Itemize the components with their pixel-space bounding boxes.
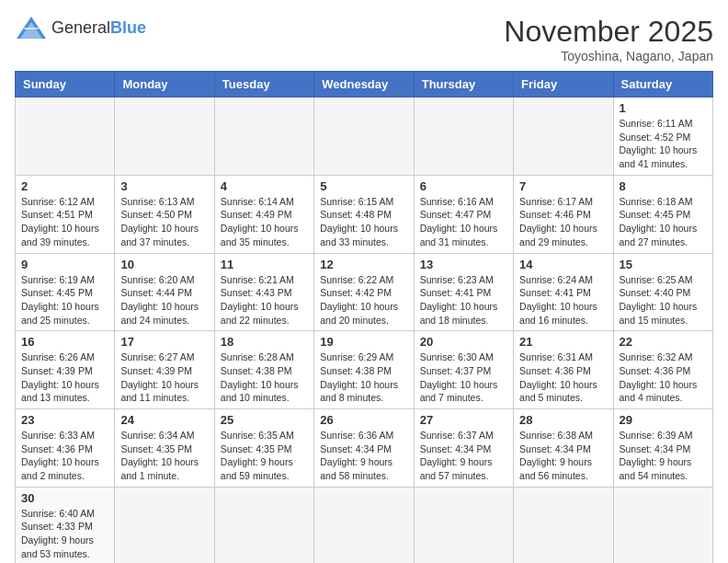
day-cell [314,487,414,563]
day-cell: 13Sunrise: 6:23 AM Sunset: 4:41 PM Dayli… [414,253,513,331]
day-number: 24 [120,413,208,427]
weekday-header-friday: Friday [514,72,613,98]
day-info: Sunrise: 6:39 AM Sunset: 4:34 PM Dayligh… [620,429,707,483]
day-info: Sunrise: 6:15 AM Sunset: 4:48 PM Dayligh… [320,195,407,249]
day-number: 12 [320,258,407,271]
day-cell: 12Sunrise: 6:22 AM Sunset: 4:42 PM Dayli… [314,253,414,331]
weekday-header-tuesday: Tuesday [214,72,313,98]
day-number: 22 [620,335,707,349]
day-cell: 19Sunrise: 6:29 AM Sunset: 4:38 PM Dayli… [314,331,414,409]
day-info: Sunrise: 6:33 AM Sunset: 4:36 PM Dayligh… [21,429,108,483]
day-cell: 8Sunrise: 6:18 AM Sunset: 4:45 PM Daylig… [613,175,712,253]
day-number: 2 [21,179,108,193]
day-info: Sunrise: 6:16 AM Sunset: 4:47 PM Dayligh… [420,195,507,249]
calendar-table: SundayMondayTuesdayWednesdayThursdayFrid… [15,71,713,563]
day-cell: 27Sunrise: 6:37 AM Sunset: 4:34 PM Dayli… [414,409,513,488]
day-info: Sunrise: 6:37 AM Sunset: 4:34 PM Dayligh… [420,429,507,483]
title-section: November 2025 Toyoshina, Nagano, Japan [504,15,713,63]
week-row-5: 23Sunrise: 6:33 AM Sunset: 4:36 PM Dayli… [16,409,713,488]
day-info: Sunrise: 6:12 AM Sunset: 4:51 PM Dayligh… [21,195,108,249]
day-cell: 26Sunrise: 6:36 AM Sunset: 4:34 PM Dayli… [314,409,414,488]
day-cell: 29Sunrise: 6:39 AM Sunset: 4:34 PM Dayli… [613,409,712,488]
day-cell: 20Sunrise: 6:30 AM Sunset: 4:37 PM Dayli… [414,331,513,409]
week-row-3: 9Sunrise: 6:19 AM Sunset: 4:45 PM Daylig… [16,253,713,331]
day-number: 4 [221,179,308,193]
day-cell: 18Sunrise: 6:28 AM Sunset: 4:38 PM Dayli… [214,331,313,409]
weekday-header-sunday: Sunday [16,72,115,98]
day-number: 17 [120,335,208,349]
day-info: Sunrise: 6:22 AM Sunset: 4:42 PM Dayligh… [320,273,407,327]
day-cell [514,98,613,176]
calendar-subtitle: Toyoshina, Nagano, Japan [504,49,713,63]
day-info: Sunrise: 6:26 AM Sunset: 4:39 PM Dayligh… [21,350,108,405]
day-info: Sunrise: 6:13 AM Sunset: 4:50 PM Dayligh… [120,195,208,249]
day-cell: 14Sunrise: 6:24 AM Sunset: 4:41 PM Dayli… [514,253,613,331]
day-number: 29 [620,413,707,427]
weekday-header-row: SundayMondayTuesdayWednesdayThursdayFrid… [16,72,713,98]
day-number: 21 [519,335,607,349]
day-number: 6 [420,179,507,193]
day-cell: 10Sunrise: 6:20 AM Sunset: 4:44 PM Dayli… [115,253,214,331]
day-cell: 6Sunrise: 6:16 AM Sunset: 4:47 PM Daylig… [414,175,513,253]
day-cell: 11Sunrise: 6:21 AM Sunset: 4:43 PM Dayli… [214,253,313,331]
day-number: 23 [21,413,108,427]
day-cell [314,98,414,176]
day-cell: 30Sunrise: 6:40 AM Sunset: 4:33 PM Dayli… [16,487,115,563]
day-cell: 25Sunrise: 6:35 AM Sunset: 4:35 PM Dayli… [214,409,313,488]
weekday-header-saturday: Saturday [613,72,712,98]
day-info: Sunrise: 6:18 AM Sunset: 4:45 PM Dayligh… [620,195,707,249]
day-cell: 7Sunrise: 6:17 AM Sunset: 4:46 PM Daylig… [514,175,613,253]
day-info: Sunrise: 6:23 AM Sunset: 4:41 PM Dayligh… [420,273,507,327]
day-cell: 28Sunrise: 6:38 AM Sunset: 4:34 PM Dayli… [514,409,613,488]
day-cell: 22Sunrise: 6:32 AM Sunset: 4:36 PM Dayli… [613,331,712,409]
day-info: Sunrise: 6:19 AM Sunset: 4:45 PM Dayligh… [21,273,108,327]
day-info: Sunrise: 6:14 AM Sunset: 4:49 PM Dayligh… [221,195,308,249]
day-number: 18 [221,335,308,349]
day-cell: 23Sunrise: 6:33 AM Sunset: 4:36 PM Dayli… [16,409,115,488]
day-number: 10 [120,258,208,271]
day-info: Sunrise: 6:38 AM Sunset: 4:34 PM Dayligh… [519,429,607,483]
day-info: Sunrise: 6:27 AM Sunset: 4:39 PM Dayligh… [120,350,208,405]
day-cell: 5Sunrise: 6:15 AM Sunset: 4:48 PM Daylig… [314,175,414,253]
day-cell [115,98,214,176]
logo-text: GeneralBlue [51,18,146,38]
day-info: Sunrise: 6:40 AM Sunset: 4:33 PM Dayligh… [21,507,108,561]
week-row-1: 1Sunrise: 6:11 AM Sunset: 4:52 PM Daylig… [16,98,713,176]
day-info: Sunrise: 6:11 AM Sunset: 4:52 PM Dayligh… [620,117,707,171]
day-number: 8 [620,179,707,193]
day-cell [214,98,313,176]
weekday-header-wednesday: Wednesday [314,72,414,98]
day-number: 20 [420,335,507,349]
week-row-4: 16Sunrise: 6:26 AM Sunset: 4:39 PM Dayli… [16,331,713,409]
day-cell [16,98,115,176]
day-number: 9 [21,258,108,271]
day-number: 7 [519,179,607,193]
day-cell [514,487,613,563]
day-info: Sunrise: 6:36 AM Sunset: 4:34 PM Dayligh… [320,429,407,483]
day-number: 28 [519,413,607,427]
day-info: Sunrise: 6:20 AM Sunset: 4:44 PM Dayligh… [120,273,208,327]
logo: GeneralBlue [15,15,146,40]
weekday-header-thursday: Thursday [414,72,513,98]
day-cell [613,487,712,563]
day-cell: 4Sunrise: 6:14 AM Sunset: 4:49 PM Daylig… [214,175,313,253]
day-number: 11 [221,258,308,271]
week-row-6: 30Sunrise: 6:40 AM Sunset: 4:33 PM Dayli… [16,487,713,563]
day-number: 15 [620,258,707,271]
day-cell: 9Sunrise: 6:19 AM Sunset: 4:45 PM Daylig… [16,253,115,331]
day-number: 25 [221,413,308,427]
svg-rect-2 [24,28,39,29]
logo-icon [15,15,48,40]
day-number: 3 [120,179,208,193]
day-info: Sunrise: 6:30 AM Sunset: 4:37 PM Dayligh… [420,350,507,405]
day-info: Sunrise: 6:34 AM Sunset: 4:35 PM Dayligh… [120,429,208,483]
day-cell: 2Sunrise: 6:12 AM Sunset: 4:51 PM Daylig… [16,175,115,253]
day-cell: 21Sunrise: 6:31 AM Sunset: 4:36 PM Dayli… [514,331,613,409]
day-cell [414,487,513,563]
day-info: Sunrise: 6:32 AM Sunset: 4:36 PM Dayligh… [620,350,707,405]
day-info: Sunrise: 6:35 AM Sunset: 4:35 PM Dayligh… [221,429,308,483]
day-cell [414,98,513,176]
page-header: GeneralBlue November 2025 Toyoshina, Nag… [15,15,713,63]
day-number: 30 [21,491,108,505]
day-cell: 17Sunrise: 6:27 AM Sunset: 4:39 PM Dayli… [115,331,214,409]
